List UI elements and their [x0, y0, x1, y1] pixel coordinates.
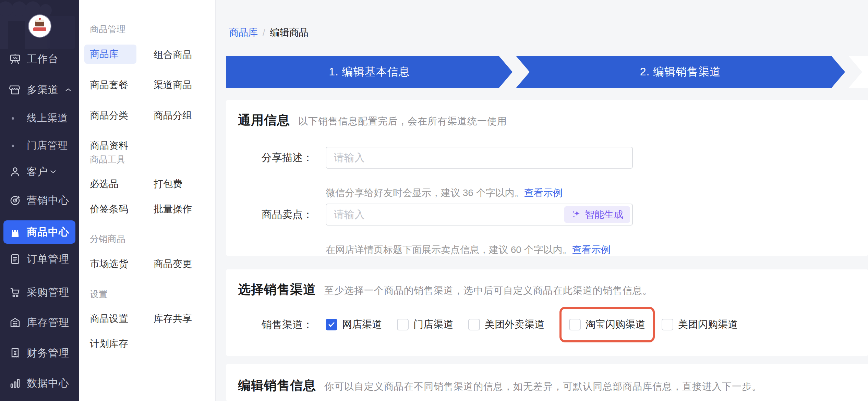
section-subtitle: 至少选择一个商品的销售渠道，选中后可自定义商品在此渠道的销售信息。 [324, 284, 652, 297]
breadcrumb-parent-link[interactable]: 商品库 [229, 26, 258, 39]
warehouse-icon [9, 316, 21, 329]
sidebar-item-online-channel[interactable]: 线上渠道 [0, 108, 79, 129]
secondary-sidebar: 商品管理 商品库 组合商品 商品套餐 渠道商品 商品分类 商品分组 商品资料 商… [79, 0, 216, 401]
channel-option-label: 淘宝闪购渠道 [586, 318, 645, 331]
sidebar-item-label: 商品中心 [27, 225, 69, 239]
target-icon [9, 194, 21, 207]
hint-text: 微信分享给好友时会显示，建议 36 个字以内。 [326, 187, 524, 198]
submenu-item-inventory-sharing[interactable]: 库存共享 [154, 310, 192, 328]
submenu-item-channel-products[interactable]: 渠道商品 [154, 76, 192, 94]
receipt-yuan-icon [9, 347, 21, 359]
channel-option-offline-store[interactable]: 门店渠道 [397, 318, 453, 331]
checkbox-unchecked[interactable] [662, 319, 673, 330]
selling-point-label: 商品卖点： [226, 204, 313, 226]
channel-option-meituan-takeout[interactable]: 美团外卖渠道 [468, 318, 544, 331]
submenu-item-market-selection[interactable]: 市场选货 [90, 255, 128, 273]
section-subtitle: 以下销售信息配置完后，会在所有渠道统一使用 [298, 115, 507, 128]
store-name-badge [33, 27, 46, 31]
bar-chart-icon [9, 377, 21, 389]
checkbox-unchecked[interactable] [397, 319, 409, 330]
sidebar-item-store-management[interactable]: 门店管理 [0, 135, 79, 156]
share-description-input[interactable] [326, 147, 632, 168]
submenu-item-product-packages[interactable]: 商品套餐 [90, 76, 128, 94]
general-info-card: 通用信息 以下销售信息配置完后，会在所有渠道统一使用 分享描述： 微信分享给好友… [226, 100, 868, 256]
person-icon [9, 166, 21, 178]
red-highlight-annotation: 淘宝闪购渠道 [559, 307, 655, 342]
channel-option-taobao-flash[interactable]: 淘宝闪购渠道 [569, 318, 645, 331]
section-title: 选择销售渠道 [238, 281, 316, 298]
section-title: 通用信息 [238, 112, 290, 129]
shopping-bag-icon [9, 226, 21, 238]
sidebar-item-label: 营销中心 [27, 194, 69, 208]
channel-option-label: 美团闪购渠道 [678, 318, 738, 331]
checkbox-unchecked[interactable] [569, 319, 581, 330]
sidebar-item-customers[interactable]: 客户 [0, 161, 79, 182]
submenu-item-product-changes[interactable]: 商品变更 [154, 255, 192, 273]
store-avatar[interactable] [28, 14, 51, 38]
submenu-item-product-settings[interactable]: 商品设置 [90, 310, 128, 328]
sidebar-item-workbench[interactable]: 工作台 [0, 49, 79, 69]
cake-logo-icon [35, 21, 44, 26]
hint-text: 在网店详情页标题下面展示卖点信息，建议 60 个字以内。 [326, 244, 572, 255]
storefront-icon [9, 84, 21, 96]
sidebar-item-inventory-management[interactable]: 库存管理 [0, 312, 79, 333]
sidebar-item-purchase-management[interactable]: 采购管理 [0, 282, 79, 303]
breadcrumb-current: 编辑商品 [270, 26, 309, 39]
view-example-link[interactable]: 查看示例 [524, 187, 563, 198]
submenu-item-product-groups[interactable]: 商品分组 [154, 107, 192, 124]
submenu-item-packing-fee[interactable]: 打包费 [154, 175, 182, 193]
chevron-down-icon [49, 167, 58, 176]
channel-option-label: 网店渠道 [342, 318, 382, 331]
breadcrumb: 商品库 / 编辑商品 [229, 26, 309, 39]
sparkles-icon [571, 209, 581, 220]
sales-channel-label: 销售渠道： [226, 313, 313, 336]
sidebar-item-multichannel[interactable]: 多渠道 [0, 80, 79, 100]
channel-option-meituan-flash[interactable]: 美团闪购渠道 [662, 318, 738, 331]
selling-point-hint: 在网店详情页标题下面展示卖点信息，建议 60 个字以内。查看示例 [326, 243, 611, 256]
submenu-item-product-categories[interactable]: 商品分类 [90, 107, 128, 124]
step-3-placeholder [848, 56, 868, 88]
share-description-field [326, 147, 633, 169]
bullet-dot-icon [12, 117, 14, 120]
channel-option-label: 门店渠道 [413, 318, 453, 331]
sidebar-item-label: 多渠道 [27, 83, 59, 97]
sidebar-item-data-center[interactable]: 数据中心 [0, 373, 79, 393]
sidebar-item-label: 订单管理 [27, 252, 69, 266]
share-description-label: 分享描述： [226, 147, 313, 169]
selling-point-field: 智能生成 [326, 204, 633, 226]
share-description-hint: 微信分享给好友时会显示，建议 36 个字以内。查看示例 [326, 186, 563, 199]
submenu-item-product-data[interactable]: 商品资料 [90, 137, 128, 155]
submenu-item-planned-inventory[interactable]: 计划库存 [90, 335, 128, 353]
sidebar-item-label: 客户 [27, 165, 48, 179]
step-progress-bar: 1. 编辑基本信息 2. 编辑销售渠道 [226, 56, 868, 88]
checkbox-checked[interactable] [326, 319, 337, 330]
channel-option-online-store[interactable]: 网店渠道 [326, 318, 382, 331]
view-example-link[interactable]: 查看示例 [572, 244, 611, 255]
breadcrumb-separator: / [263, 27, 265, 38]
submenu-item-product-library[interactable]: 商品库 [84, 45, 136, 64]
section-title: 编辑销售信息 [238, 377, 316, 394]
sidebar-item-label: 库存管理 [27, 316, 69, 330]
step-1-basic-info[interactable]: 1. 编辑基本信息 [226, 56, 513, 88]
channel-option-label: 美团外卖渠道 [485, 318, 544, 331]
submenu-item-price-tag-barcode[interactable]: 价签条码 [90, 200, 128, 218]
submenu-group-title: 设置 [90, 288, 108, 300]
submenu-group-title: 分销商品 [90, 233, 125, 245]
submenu-group-title: 商品管理 [90, 23, 125, 35]
sidebar-item-label: 线上渠道 [27, 111, 68, 125]
sidebar-item-order-management[interactable]: 订单管理 [0, 249, 79, 269]
submenu-item-required-products[interactable]: 必选品 [90, 175, 119, 193]
sidebar-item-label: 工作台 [27, 52, 59, 66]
ai-generate-button[interactable]: 智能生成 [564, 206, 630, 223]
sidebar-item-product-center[interactable]: 商品中心 [3, 220, 75, 244]
submenu-item-batch-operations[interactable]: 批量操作 [154, 200, 192, 218]
checkbox-unchecked[interactable] [468, 319, 480, 330]
sidebar-item-finance-management[interactable]: 财务管理 [0, 343, 79, 363]
submenu-item-combo-products[interactable]: 组合商品 [154, 46, 192, 64]
sidebar-item-marketing-center[interactable]: 营销中心 [0, 190, 79, 211]
sidebar-item-label: 财务管理 [27, 346, 69, 360]
ai-generate-label: 智能生成 [585, 208, 623, 221]
document-icon [9, 253, 21, 265]
sidebar-item-label: 门店管理 [27, 139, 68, 153]
step-2-sales-channels[interactable]: 2. 编辑销售渠道 [516, 56, 845, 88]
